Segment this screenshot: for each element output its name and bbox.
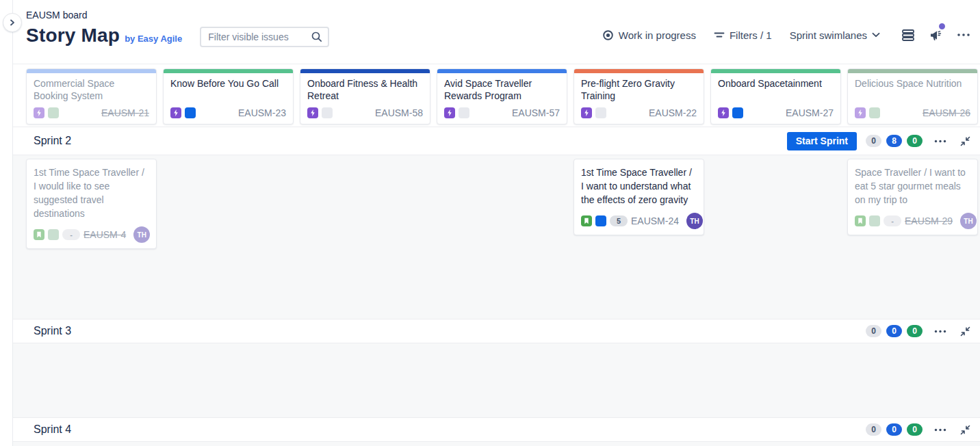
byline-link[interactable]: by Easy Agile — [125, 34, 182, 44]
sprint-header: Sprint 4 0 0 0 — [13, 417, 980, 442]
epic-title: Avid Space Traveller Rewards Program — [444, 77, 560, 102]
story-type-icon — [855, 215, 866, 226]
page-title: Story Map — [26, 25, 120, 47]
more-menu-button[interactable] — [957, 33, 970, 37]
status-square — [595, 107, 606, 118]
status-square — [48, 229, 59, 240]
epic-type-icon — [718, 107, 729, 118]
ellipsis-icon — [934, 428, 946, 432]
status-square — [869, 215, 880, 226]
assignee-avatar[interactable]: TH — [960, 213, 977, 229]
swimlanes-select[interactable]: Sprint swimlanes — [790, 29, 880, 41]
issue-key: EAUSM-58 — [375, 107, 423, 118]
filters-button[interactable]: Filters / 1 — [714, 29, 772, 41]
status-square — [869, 107, 880, 118]
page-header: EAUSM board Story Map by Easy Agile — [13, 0, 980, 64]
issue-key: EAUSM-27 — [786, 107, 834, 118]
announcements-button[interactable] — [929, 28, 944, 42]
issue-key: EAUSM-26 — [923, 107, 970, 118]
sprint-card-area — [13, 442, 980, 446]
start-sprint-button[interactable]: Start Sprint — [787, 132, 857, 150]
epic-card[interactable]: Onboard Spacetainment EAUSM-27 — [710, 68, 841, 124]
assignee-avatar[interactable]: TH — [133, 226, 150, 243]
status-square — [185, 107, 196, 118]
epic-title: Onboard Spacetainment — [718, 77, 834, 90]
epic-card[interactable]: Commercial Space Booking System EAUSM-21 — [26, 68, 157, 124]
epic-title: Onboard Fitness & Health Retreat — [307, 77, 423, 102]
expand-sidebar-button[interactable] — [3, 13, 22, 32]
ellipsis-icon — [934, 140, 946, 143]
epic-card[interactable]: Know Before You Go Call EAUSM-23 — [163, 68, 294, 124]
sprint-header: Sprint 2 Start Sprint 0 8 0 — [13, 127, 980, 155]
estimate-badge: - — [62, 229, 80, 240]
collapse-sprint-button[interactable] — [960, 326, 970, 337]
epic-card[interactable]: Avid Space Traveller Rewards Program EAU… — [437, 68, 567, 124]
sprint-more-button[interactable] — [934, 140, 946, 143]
sprint-more-button[interactable] — [934, 428, 946, 432]
sprint-swimlane: Sprint 2 Start Sprint 0 8 0 1st Ti — [13, 127, 980, 319]
sprint-name[interactable]: Sprint 4 — [34, 423, 71, 436]
story-type-icon — [34, 229, 44, 240]
sprint-swimlane: Sprint 4 0 0 0 — [13, 417, 980, 446]
epic-type-icon — [307, 107, 318, 118]
story-type-icon — [581, 215, 592, 226]
epic-card[interactable]: Delicious Space Nutrition EAUSM-26 — [847, 68, 978, 124]
header-left: EAUSM board Story Map by Easy Agile — [26, 10, 329, 47]
stacked-rows-icon — [901, 28, 916, 42]
collapse-icon — [960, 425, 970, 435]
done-count-badge: 0 — [907, 325, 923, 337]
epic-card[interactable]: Pre-flight Zero Gravity Training EAUSM-2… — [573, 68, 704, 124]
epic-title: Delicious Space Nutrition — [855, 77, 970, 90]
estimate-badge: 5 — [610, 215, 628, 226]
main-area: EAUSM board Story Map by Easy Agile — [13, 0, 980, 446]
story-card[interactable]: 1st Time Space Traveller / I want to und… — [573, 159, 704, 235]
story-card[interactable]: 1st Time Space Traveller / I would like … — [26, 159, 157, 249]
epic-type-icon — [444, 107, 455, 118]
epic-type-icon — [170, 107, 181, 118]
todo-count-badge: 0 — [866, 423, 881, 436]
ellipsis-icon — [957, 33, 970, 37]
story-title: Space Traveller / I want to eat 5 star g… — [855, 166, 970, 207]
status-square — [48, 107, 59, 118]
in-progress-count-badge: 0 — [886, 423, 902, 436]
filter-box — [200, 27, 329, 47]
ellipsis-icon — [934, 330, 946, 333]
epic-card[interactable]: Onboard Fitness & Health Retreat EAUSM-5… — [300, 68, 430, 124]
notification-dot — [938, 22, 946, 31]
sprint-card-area: 1st Time Space Traveller / I would like … — [13, 155, 980, 319]
filter-issues-input[interactable] — [200, 27, 329, 47]
story-title: 1st Time Space Traveller / I would like … — [34, 166, 149, 220]
stacked-rows-button[interactable] — [901, 28, 916, 42]
epic-type-icon — [855, 107, 866, 118]
story-card[interactable]: Space Traveller / I want to eat 5 star g… — [847, 159, 978, 235]
chevron-down-icon — [872, 32, 880, 38]
collapse-sprint-button[interactable] — [960, 136, 970, 146]
estimate-badge: - — [884, 215, 901, 226]
assignee-avatar[interactable]: TH — [686, 213, 703, 229]
filter-icon — [714, 30, 725, 40]
epic-row: Commercial Space Booking System EAUSM-21… — [13, 64, 980, 127]
story-title: 1st Time Space Traveller / I want to und… — [581, 166, 697, 207]
work-in-progress-toggle[interactable]: Work in progress — [602, 29, 696, 41]
chevron-right-icon — [9, 19, 16, 26]
epic-type-icon — [581, 107, 592, 118]
sprint-swimlanes: Sprint 2 Start Sprint 0 8 0 1st Ti — [13, 127, 980, 446]
todo-count-badge: 0 — [866, 135, 881, 147]
sprint-more-button[interactable] — [934, 330, 946, 333]
status-square — [322, 107, 333, 118]
sprint-header: Sprint 3 0 0 0 — [13, 319, 980, 343]
issue-key: EAUSM-57 — [512, 107, 560, 118]
sprint-name[interactable]: Sprint 3 — [34, 325, 71, 337]
issue-key: EAUSM-4 — [83, 229, 126, 240]
work-in-progress-icon — [602, 29, 614, 41]
issue-key: EAUSM-21 — [101, 107, 149, 118]
epic-type-icon — [34, 107, 44, 118]
breadcrumb[interactable]: EAUSM board — [26, 10, 329, 21]
collapse-icon — [960, 326, 970, 337]
in-progress-count-badge: 0 — [886, 325, 902, 337]
sprint-name[interactable]: Sprint 2 — [34, 135, 71, 147]
status-square — [732, 107, 743, 118]
epic-title: Know Before You Go Call — [170, 77, 286, 90]
epic-title: Commercial Space Booking System — [34, 77, 149, 102]
collapse-sprint-button[interactable] — [960, 425, 970, 435]
